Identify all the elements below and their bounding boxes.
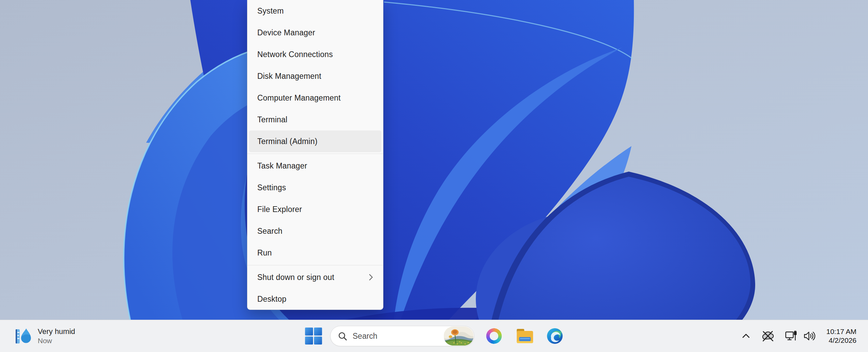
taskbar: Very humid Now — [0, 320, 868, 352]
flower-field-landscape-image[interactable] — [444, 327, 474, 346]
start-button[interactable] — [305, 327, 323, 345]
menu-item-computer-management[interactable]: Computer Management — [249, 87, 381, 109]
cloud-offline-icon — [761, 330, 775, 342]
onedrive-status-button[interactable] — [761, 330, 775, 342]
weather-condition: Very humid — [38, 327, 75, 336]
submenu-chevron-icon — [369, 274, 373, 281]
menu-item-label: Disk Management — [257, 72, 321, 81]
menu-item-device-manager[interactable]: Device Manager — [249, 22, 381, 43]
menu-item-label: Search — [257, 227, 282, 236]
file-explorer-folder-icon — [516, 328, 534, 344]
desktop: SystemDevice ManagerNetwork ConnectionsD… — [0, 0, 868, 352]
menu-item-shut-down-or-sign-out[interactable]: Shut down or sign out — [249, 266, 381, 288]
search-placeholder: Search — [353, 332, 444, 341]
menu-item-label: Terminal (Admin) — [257, 137, 317, 146]
copilot-icon — [484, 326, 504, 346]
search-input[interactable]: Search — [330, 326, 474, 346]
windows-logo-icon — [305, 327, 323, 345]
ethernet-monitor-plug-icon — [785, 330, 798, 342]
wallpaper-bloom — [0, 0, 868, 352]
search-icon — [338, 332, 347, 341]
menu-item-terminal[interactable]: Terminal — [249, 109, 381, 130]
menu-item-label: System — [257, 6, 284, 16]
menu-separator — [247, 264, 383, 266]
menu-item-system[interactable]: System — [249, 0, 381, 22]
menu-item-settings[interactable]: Settings — [249, 177, 381, 198]
menu-item-file-explorer[interactable]: File Explorer — [249, 198, 381, 220]
menu-item-disk-management[interactable]: Disk Management — [249, 65, 381, 87]
menu-item-label: Run — [257, 248, 272, 258]
speaker-volume-icon — [803, 330, 816, 342]
menu-item-label: Computer Management — [257, 93, 341, 103]
weather-texts: Very humid Now — [38, 327, 75, 345]
menu-item-task-manager[interactable]: Task Manager — [249, 155, 381, 177]
edge-browser-icon — [546, 328, 563, 345]
menu-item-label: Task Manager — [257, 161, 307, 171]
clock-date: 4/2/2026 — [829, 336, 856, 345]
menu-item-desktop[interactable]: Desktop — [249, 288, 381, 310]
copilot-button[interactable] — [486, 328, 502, 344]
network-button[interactable] — [785, 330, 798, 342]
file-explorer-button[interactable] — [516, 328, 534, 344]
weather-widget[interactable]: Very humid Now — [10, 320, 79, 352]
volume-button[interactable] — [803, 330, 816, 342]
tray-chevron-button[interactable] — [741, 332, 751, 340]
menu-item-search[interactable]: Search — [249, 220, 381, 242]
menu-item-label: Device Manager — [257, 28, 315, 37]
tray-clock[interactable]: 10:17 AM 4/2/2026 — [826, 327, 856, 345]
system-tray: 10:17 AM 4/2/2026 — [741, 320, 868, 352]
weather-timeframe: Now — [38, 336, 75, 345]
menu-item-label: Shut down or sign out — [257, 273, 334, 282]
menu-item-label: Desktop — [257, 295, 287, 304]
menu-item-terminal-admin[interactable]: Terminal (Admin) — [249, 130, 381, 152]
clock-time: 10:17 AM — [826, 327, 856, 336]
menu-item-label: Network Connections — [257, 50, 333, 59]
taskbar-center: Search — [305, 320, 563, 352]
menu-separator — [247, 152, 383, 155]
menu-item-label: File Explorer — [257, 205, 302, 214]
menu-item-network-connections[interactable]: Network Connections — [249, 43, 381, 65]
quick-settings-group — [785, 330, 816, 342]
menu-item-label: Settings — [257, 183, 286, 192]
menu-item-run[interactable]: Run — [249, 242, 381, 264]
menu-item-label: Terminal — [257, 115, 288, 124]
humidity-thermometer-drop-icon — [14, 327, 33, 346]
winx-menu: SystemDevice ManagerNetwork ConnectionsD… — [247, 0, 383, 310]
edge-button[interactable] — [546, 328, 563, 345]
chevron-up-icon — [741, 332, 751, 340]
